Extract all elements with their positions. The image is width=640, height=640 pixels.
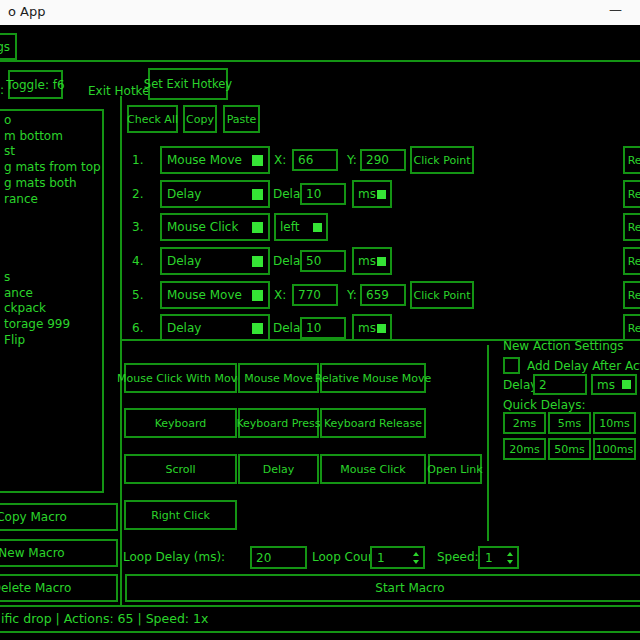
dropdown-indicator-icon xyxy=(622,380,631,389)
delay-unit-value: ms xyxy=(358,321,376,335)
action-type-dropdown[interactable]: Mouse Click xyxy=(160,213,270,241)
toggle-hotkey-button[interactable]: Toggle: f6 xyxy=(8,70,63,99)
tab-settings[interactable]: gs xyxy=(0,33,17,60)
macro-list-item[interactable]: ckpack xyxy=(4,301,102,317)
action-row-number: 5. xyxy=(132,288,154,302)
add-open-link-button[interactable]: Open Link xyxy=(428,454,482,484)
macro-list-item[interactable]: ance xyxy=(4,286,102,302)
statusbar-bottom-border xyxy=(0,631,640,633)
settings-delay-input[interactable] xyxy=(533,374,587,395)
dropdown-indicator-icon xyxy=(377,257,386,266)
add-keyboard-release-button[interactable]: Keyboard Release xyxy=(320,408,426,438)
add-delay-checkbox[interactable] xyxy=(503,357,520,374)
add-scroll-button[interactable]: Scroll xyxy=(124,454,237,484)
add-mouse-click-button[interactable]: Mouse Click xyxy=(320,454,426,484)
delay-input[interactable] xyxy=(300,183,346,205)
macro-list-item[interactable] xyxy=(4,254,102,270)
add-mouse-click-with-move-button[interactable]: Mouse Click With Move xyxy=(124,363,237,393)
macro-list-item[interactable]: torage 999 xyxy=(4,317,102,333)
macro-list-item[interactable]: g mats both xyxy=(4,176,102,192)
quick-delay-5ms-button[interactable]: 5ms xyxy=(548,412,591,434)
add-delay-button[interactable]: Delay xyxy=(238,454,319,484)
remove-action-button[interactable]: Remove xyxy=(623,213,640,241)
delay-unit-dropdown[interactable]: ms xyxy=(352,247,392,275)
macro-list-item[interactable]: m bottom xyxy=(4,129,102,145)
macro-list-item[interactable]: Flip xyxy=(4,333,102,349)
speed-label: Speed: xyxy=(437,550,479,564)
delay-input[interactable] xyxy=(300,250,346,272)
spinner-arrows-icon[interactable] xyxy=(413,548,419,567)
remove-action-button[interactable]: Remove xyxy=(623,281,640,309)
check-all-button[interactable]: Check All xyxy=(127,105,178,133)
macro-list-item[interactable] xyxy=(4,223,102,239)
quick-delay-2ms-button[interactable]: 2ms xyxy=(503,412,546,434)
remove-action-button[interactable]: Remove xyxy=(623,247,640,275)
delete-macro-button[interactable]: Delete Macro xyxy=(0,574,118,602)
add-keyboard-press-button[interactable]: Keyboard Press xyxy=(238,408,319,438)
paste-button[interactable]: Paste xyxy=(223,105,260,133)
y-input[interactable] xyxy=(360,149,406,171)
delay-unit-dropdown[interactable]: ms xyxy=(352,314,392,341)
remove-action-button[interactable]: Remove xyxy=(623,180,640,208)
macro-listbox[interactable]: o m bottom st g mats from top g mats bot… xyxy=(0,109,104,493)
quick-delay-50ms-button[interactable]: 50ms xyxy=(548,438,591,460)
loop-delay-input[interactable] xyxy=(250,546,307,569)
mouse-button-dropdown[interactable]: left xyxy=(274,213,328,241)
macro-list-item[interactable]: o xyxy=(4,113,102,129)
copy-button[interactable]: Copy xyxy=(183,105,217,133)
macro-list-item[interactable] xyxy=(4,239,102,255)
add-right-click-button[interactable]: Right Click xyxy=(124,500,237,530)
macro-list-item[interactable]: st xyxy=(4,144,102,160)
loop-count-value: 1 xyxy=(377,551,385,565)
loop-count-stepper[interactable]: 1 xyxy=(370,546,425,569)
macro-list-item[interactable]: s xyxy=(4,270,102,286)
remove-action-button[interactable]: Remove xyxy=(623,146,640,174)
y-label: Y: xyxy=(347,288,357,302)
dropdown-indicator-icon xyxy=(377,324,386,333)
action-row-number: 2. xyxy=(132,187,154,201)
action-row-number: 6. xyxy=(132,321,154,335)
action-type-dropdown[interactable]: Mouse Move xyxy=(160,281,270,309)
click-point-button[interactable]: Click Point xyxy=(410,281,474,309)
copy-macro-button[interactable]: Copy Macro xyxy=(0,503,118,531)
spinner-arrows-icon[interactable] xyxy=(507,548,513,567)
delay-unit-value: ms xyxy=(358,187,376,201)
dropdown-indicator-icon xyxy=(313,223,322,232)
action-type-dropdown[interactable]: Delay xyxy=(160,314,270,341)
action-type-dropdown[interactable]: Mouse Move xyxy=(160,146,270,174)
action-list-panel: Check All Copy Paste 1. Mouse Move X: Y:… xyxy=(120,96,640,341)
statusbar-top-border xyxy=(0,605,640,607)
action-row-number: 4. xyxy=(132,254,154,268)
macro-list-item[interactable] xyxy=(4,207,102,223)
action-row-number: 1. xyxy=(132,153,154,167)
add-keyboard-button[interactable]: Keyboard xyxy=(124,408,237,438)
x-input[interactable] xyxy=(292,284,338,306)
x-input[interactable] xyxy=(292,149,338,171)
quick-delay-100ms-button[interactable]: 100ms xyxy=(593,438,636,460)
dropdown-indicator-icon xyxy=(252,290,263,301)
macro-list-item[interactable]: rance xyxy=(4,192,102,208)
add-relative-mouse-move-button[interactable]: Relative Mouse Move xyxy=(320,363,426,393)
remove-action-button[interactable]: Remove xyxy=(623,314,640,341)
action-type-dropdown[interactable]: Delay xyxy=(160,247,270,275)
quick-delay-10ms-button[interactable]: 10ms xyxy=(593,412,636,434)
action-row-number: 3. xyxy=(132,220,154,234)
macro-list-item[interactable]: g mats from top xyxy=(4,160,102,176)
settings-delay-unit-dropdown[interactable]: ms xyxy=(591,374,637,395)
dropdown-indicator-icon xyxy=(252,222,263,233)
delay-unit-dropdown[interactable]: ms xyxy=(352,180,392,208)
settings-divider xyxy=(487,345,489,541)
click-point-button[interactable]: Click Point xyxy=(410,146,474,174)
dropdown-indicator-icon xyxy=(252,256,263,267)
new-macro-button[interactable]: New Macro xyxy=(0,539,118,567)
app-window: o App — gs : Toggle: f6 Exit Hotkey: Set… xyxy=(0,0,640,640)
minimize-icon[interactable]: — xyxy=(609,2,622,17)
add-mouse-move-button[interactable]: Mouse Move xyxy=(238,363,319,393)
action-type-dropdown[interactable]: Delay xyxy=(160,180,270,208)
start-macro-button[interactable]: Start Macro xyxy=(125,574,640,602)
quick-delay-20ms-button[interactable]: 20ms xyxy=(503,438,546,460)
y-input[interactable] xyxy=(360,284,406,306)
delay-input[interactable] xyxy=(300,317,346,339)
speed-stepper[interactable]: 1 xyxy=(478,546,519,569)
tabpage-top-border xyxy=(0,60,640,62)
